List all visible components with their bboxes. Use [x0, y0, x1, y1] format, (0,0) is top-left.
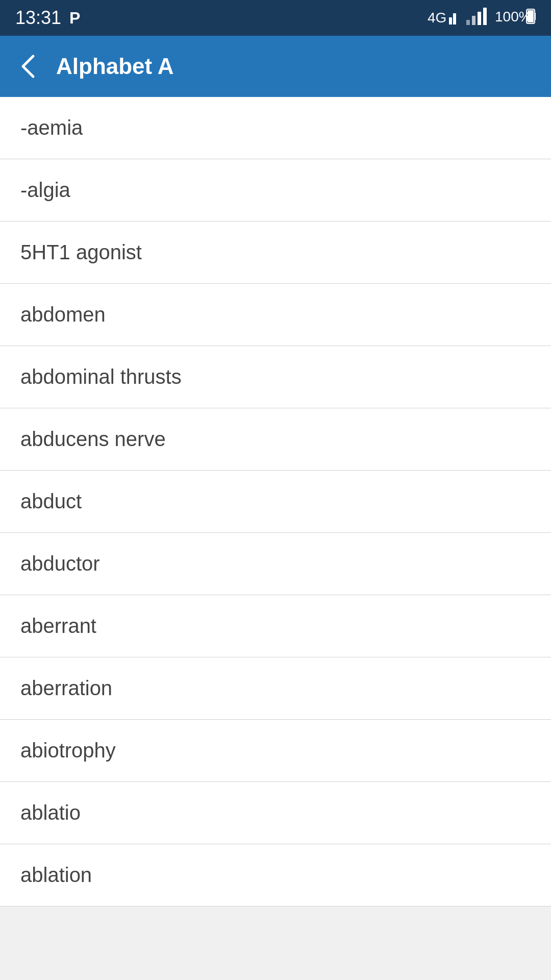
- list-item-label: -aemia: [20, 116, 83, 139]
- list-item[interactable]: abduct: [0, 471, 551, 533]
- page-title: Alphabet A: [56, 54, 174, 79]
- status-bar: 13:31 P 4G 100%: [0, 0, 551, 36]
- svg-rect-3: [466, 20, 470, 25]
- list-item[interactable]: ablation: [0, 844, 551, 906]
- list-item-label: abduct: [20, 490, 82, 512]
- battery-indicator: 100%: [495, 7, 536, 29]
- list-item-label: abdominal thrusts: [20, 365, 182, 388]
- list-item[interactable]: ablatio: [0, 782, 551, 844]
- word-list: -aemia-algia5HT1 agonistabdomenabdominal…: [0, 97, 551, 906]
- app-bar: Alphabet A: [0, 36, 551, 97]
- svg-rect-4: [472, 16, 475, 25]
- signal-bars-icon: [466, 8, 487, 28]
- signal-icon: 4G: [428, 7, 458, 29]
- list-item[interactable]: 5HT1 agonist: [0, 222, 551, 284]
- list-item-label: aberration: [20, 677, 112, 699]
- list-item[interactable]: -algia: [0, 159, 551, 222]
- svg-rect-1: [449, 17, 452, 24]
- list-item-label: ablatio: [20, 801, 81, 824]
- svg-rect-5: [478, 12, 481, 25]
- list-item[interactable]: abducens nerve: [0, 408, 551, 471]
- list-item-label: abdomen: [20, 303, 106, 326]
- svg-rect-10: [534, 13, 536, 20]
- svg-text:100%: 100%: [495, 9, 532, 24]
- svg-text:4G: 4G: [428, 10, 446, 26]
- svg-rect-6: [483, 8, 487, 25]
- list-item[interactable]: abdomen: [0, 284, 551, 346]
- list-item[interactable]: abiotrophy: [0, 720, 551, 782]
- list-item[interactable]: abdominal thrusts: [0, 346, 551, 408]
- list-item-label: -algia: [20, 179, 70, 201]
- p-icon: P: [69, 9, 80, 28]
- list-item[interactable]: aberrant: [0, 595, 551, 657]
- list-item-label: abducens nerve: [20, 428, 166, 450]
- svg-rect-9: [528, 10, 534, 22]
- list-item-label: aberrant: [20, 615, 96, 637]
- list-item[interactable]: aberration: [0, 657, 551, 720]
- back-button[interactable]: [15, 54, 41, 79]
- list-item-label: ablation: [20, 864, 92, 886]
- status-bar-left: 13:31 P: [15, 7, 80, 29]
- list-item[interactable]: abductor: [0, 533, 551, 595]
- list-item-label: abductor: [20, 552, 100, 575]
- svg-rect-2: [453, 13, 456, 24]
- list-item-label: 5HT1 agonist: [20, 241, 142, 263]
- status-bar-right: 4G 100%: [428, 7, 536, 29]
- status-time: 13:31: [15, 7, 61, 29]
- list-item[interactable]: -aemia: [0, 97, 551, 159]
- list-item-label: abiotrophy: [20, 739, 116, 762]
